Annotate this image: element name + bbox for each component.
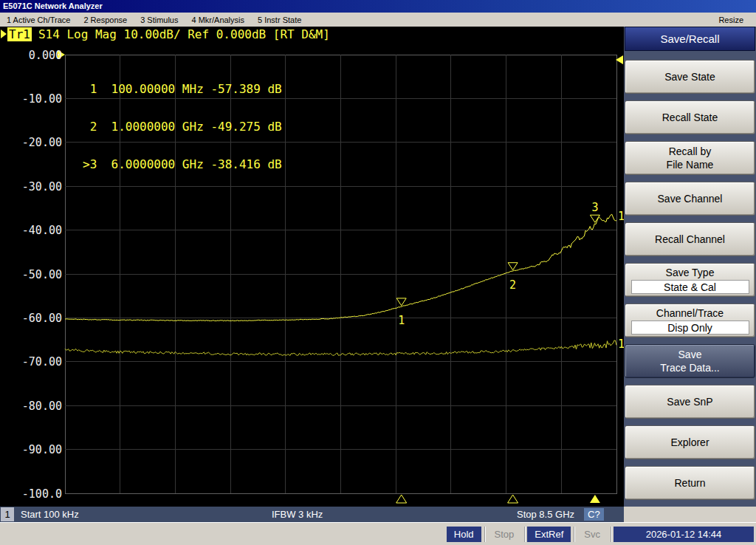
y-axis-label-7: -70.00 bbox=[0, 355, 62, 368]
y-axis-label-5: -50.00 bbox=[0, 268, 62, 281]
softkey-save-channel[interactable]: Save Channel bbox=[625, 182, 755, 216]
status-separator bbox=[524, 527, 526, 542]
softkey-label: Recall Channel bbox=[655, 233, 725, 246]
softkey-save-type-value: State & Cal bbox=[631, 280, 749, 294]
softkey-label-line2: Trace Data... bbox=[660, 361, 719, 374]
sweep-start-readout: Start 100 kHz bbox=[21, 507, 79, 522]
channel-status-bar: 1 Start 100 kHz IFBW 3 kHz Stop 8.5 GHz … bbox=[0, 507, 624, 522]
softkey-label: Save Type bbox=[666, 266, 715, 279]
softkey-save-trace-data[interactable]: Save Trace Data... bbox=[625, 344, 755, 378]
extref-indicator: ExtRef bbox=[527, 527, 571, 542]
menu-mkr-analysis[interactable]: 4 Mkr/Analysis bbox=[185, 16, 251, 24]
ifbw-readout: IFBW 3 kHz bbox=[272, 507, 323, 522]
y-axis-label-8: -80.00 bbox=[0, 400, 62, 412]
active-trace-arrow-icon bbox=[1, 30, 7, 38]
menu-response[interactable]: 2 Response bbox=[77, 16, 134, 24]
marker-readout-table: 1 100.00000 MHz -57.389 dB 2 1.0000000 G… bbox=[83, 58, 282, 196]
softkey-recall-channel[interactable]: Recall Channel bbox=[625, 222, 755, 256]
softkey-label: Save State bbox=[664, 70, 715, 83]
channel-number-badge: 1 bbox=[1, 507, 14, 521]
status-separator bbox=[611, 527, 612, 542]
softkey-label: Channel/Trace bbox=[656, 306, 724, 320]
softkey-recall-state[interactable]: Recall State bbox=[625, 100, 755, 134]
y-axis-label-3: -30.00 bbox=[0, 180, 62, 193]
softkey-return[interactable]: Return bbox=[625, 466, 755, 500]
softkey-label: Return bbox=[674, 476, 705, 490]
softkey-label: Save bbox=[678, 348, 702, 361]
instrument-status-bar: Hold Stop ExtRef Svc 2026-01-12 14:44 bbox=[0, 522, 756, 545]
softkey-channel-trace-value: Disp Only bbox=[631, 321, 749, 335]
marker-row-3: >3 6.0000000 GHz -38.416 dB bbox=[83, 158, 282, 171]
menu-active-ch-trace[interactable]: 1 Active Ch/Trace bbox=[0, 16, 77, 24]
softkey-label: Explorer bbox=[670, 436, 709, 449]
y-axis-label-0: 0.000 bbox=[0, 49, 62, 61]
marker-3-number: 3 bbox=[591, 201, 598, 214]
trace-status-line: Tr1 S14 Log Mag 10.00dB/ Ref 0.000dB [RT… bbox=[1, 27, 330, 41]
trace-1-badge[interactable]: Tr1 bbox=[7, 27, 32, 41]
trace-2-end-label: 1 bbox=[618, 337, 624, 351]
softkey-menu: Save/Recall Save State Recall State Reca… bbox=[624, 27, 756, 507]
trace-settings-text: S14 Log Mag 10.00dB/ Ref 0.000dB [RT D&M… bbox=[38, 27, 330, 41]
softkey-recall-by-file-name[interactable]: Recall by File Name bbox=[625, 141, 755, 175]
cal-status-badge: C? bbox=[584, 508, 604, 521]
y-axis-label-9: -90.00 bbox=[0, 443, 62, 456]
marker-row-2: 2 1.0000000 GHz -49.275 dB bbox=[83, 120, 282, 133]
sweep-stop-indicator: Stop bbox=[487, 527, 522, 542]
y-axis-label-4: -40.00 bbox=[0, 224, 62, 236]
y-axis-label-2: -20.00 bbox=[0, 136, 62, 148]
trigger-hold-indicator: Hold bbox=[447, 527, 481, 542]
status-separator bbox=[574, 527, 575, 542]
menu-resize[interactable]: Resize bbox=[712, 16, 750, 24]
window-title: E5071C Network Analyzer bbox=[3, 1, 103, 10]
softkey-menu-title: Save/Recall bbox=[625, 27, 755, 51]
marker-2-stimulus-indicator bbox=[508, 495, 518, 503]
y-axis-label-10: -100.0 bbox=[0, 487, 62, 500]
softkey-menu-title-label: Save/Recall bbox=[660, 32, 719, 45]
softkey-save-state[interactable]: Save State bbox=[625, 60, 755, 94]
sweep-stop-readout: Stop 8.5 GHz bbox=[517, 507, 574, 522]
window-title-bar: E5071C Network Analyzer bbox=[0, 0, 756, 13]
softkey-label: Save SnP bbox=[667, 395, 712, 408]
marker-1-number: 1 bbox=[398, 314, 405, 327]
softkey-channel-trace[interactable]: Channel/Trace Disp Only bbox=[625, 304, 755, 337]
y-axis-label-1: -10.00 bbox=[0, 92, 62, 105]
marker-row-1: 1 100.00000 MHz -57.389 dB bbox=[83, 83, 282, 95]
softkey-label: Recall by bbox=[669, 145, 712, 158]
measurement-display: 1 1 123 Tr1 S14 Log Mag 10.00dB/ Ref 0.0… bbox=[0, 27, 624, 507]
menu-instr-state[interactable]: 5 Instr State bbox=[251, 16, 308, 24]
marker-1-stimulus-indicator bbox=[396, 495, 407, 503]
marker-3-symbol bbox=[590, 215, 599, 222]
softkey-save-type[interactable]: Save Type State & Cal bbox=[625, 263, 755, 297]
y-axis-label-6: -60.00 bbox=[0, 312, 62, 324]
menu-stimulus[interactable]: 3 Stimulus bbox=[134, 16, 185, 24]
marker-2-number: 2 bbox=[509, 278, 516, 292]
marker-3-stimulus-indicator bbox=[590, 495, 600, 503]
svc-indicator: Svc bbox=[577, 527, 608, 542]
softkey-explorer[interactable]: Explorer bbox=[625, 425, 755, 459]
marker-1-symbol bbox=[396, 298, 406, 306]
trace-1-end-label: 1 bbox=[618, 210, 624, 223]
menu-bar: 1 Active Ch/Trace 2 Response 3 Stimulus … bbox=[0, 13, 756, 27]
softkey-label-line2: File Name bbox=[667, 158, 714, 171]
softkey-label: Save Channel bbox=[658, 192, 723, 205]
softkey-save-snp[interactable]: Save SnP bbox=[625, 385, 755, 419]
softkey-label: Recall State bbox=[662, 111, 718, 124]
date-time-readout: 2026-01-12 14:44 bbox=[614, 527, 754, 542]
marker-2-symbol bbox=[508, 263, 518, 270]
status-separator bbox=[484, 527, 486, 542]
